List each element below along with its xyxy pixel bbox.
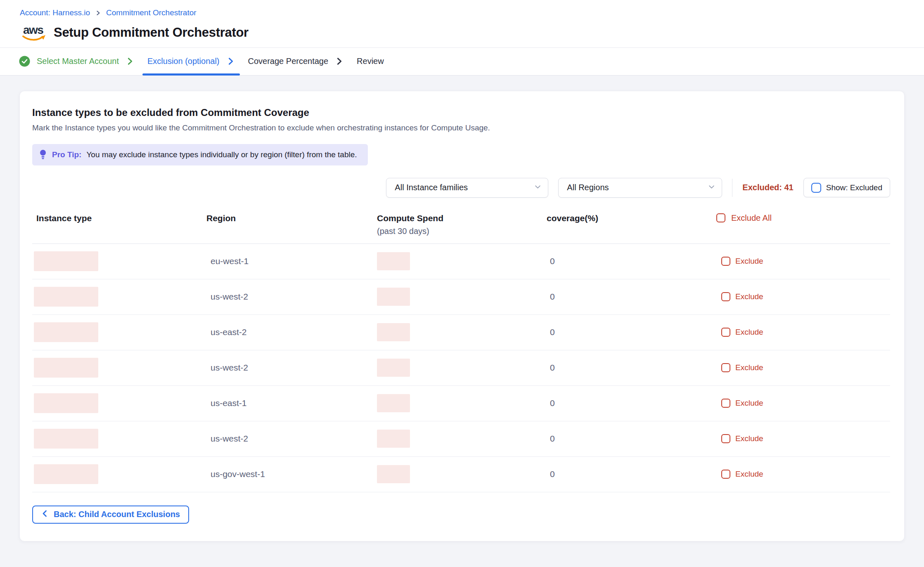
coverage-value: 0: [547, 434, 716, 444]
compute-spend-redacted: [377, 323, 410, 341]
breadcrumb-account-link[interactable]: Account: Harness.io: [20, 8, 90, 18]
tab-label: Exclusion (optional): [147, 57, 220, 66]
filters-divider: [732, 179, 732, 197]
show-excluded-toggle[interactable]: Show: Excluded: [803, 178, 890, 197]
compute-spend-redacted: [377, 465, 410, 483]
col-compute-spend-subtitle: (past 30 days): [377, 227, 547, 236]
col-compute-spend-title: Compute Spend: [377, 213, 547, 223]
instance-type-redacted: [34, 287, 98, 307]
coverage-value: 0: [547, 292, 716, 302]
table-row: us-east-2 0 Exclude: [32, 315, 890, 350]
table-row: us-gov-west-1 0 Exclude: [32, 457, 890, 492]
chevron-right-icon: [126, 57, 134, 66]
breadcrumb: Account: Harness.io Commitment Orchestra…: [20, 8, 904, 18]
col-coverage: coverage(%): [547, 213, 716, 223]
region-value: us-gov-west-1: [206, 469, 377, 479]
exclude-label: Exclude: [735, 292, 763, 301]
aws-logo-icon: aws: [20, 23, 47, 43]
stepper-tabs: Select Master Account Exclusion (optiona…: [0, 47, 924, 76]
page-body: Instance types to be excluded from Commi…: [0, 76, 924, 541]
tab-exclusion[interactable]: Exclusion (optional): [141, 48, 242, 75]
exclude-label: Exclude: [735, 470, 763, 479]
pro-tip-banner: Pro Tip: You may exclude instance types …: [32, 144, 368, 165]
exclude-label: Exclude: [735, 363, 763, 372]
exclude-checkbox[interactable]: [721, 470, 730, 479]
region-value: us-west-2: [206, 292, 377, 302]
exclude-all-label: Exclude All: [731, 213, 772, 223]
tab-select-master-account[interactable]: Select Master Account: [12, 48, 141, 75]
exclude-checkbox[interactable]: [721, 363, 730, 372]
instance-type-redacted: [34, 464, 98, 484]
exclusion-table: Instance type Region Compute Spend (past…: [32, 212, 890, 492]
region-value: us-east-2: [206, 327, 377, 337]
coverage-value: 0: [547, 398, 716, 408]
tab-review[interactable]: Review: [350, 48, 391, 75]
instance-type-redacted: [34, 358, 98, 378]
instance-type-redacted: [34, 429, 98, 449]
compute-spend-redacted: [377, 359, 410, 377]
page-title: Setup Commitment Orchestrator: [54, 25, 249, 40]
exclude-checkbox[interactable]: [721, 434, 730, 443]
chevron-left-icon: [41, 510, 49, 520]
instance-type-redacted: [34, 251, 98, 271]
show-excluded-checkbox[interactable]: [811, 183, 821, 193]
exclude-label: Exclude: [735, 328, 763, 337]
table-row: eu-west-1 0 Exclude: [32, 244, 890, 279]
col-exclude-all: Exclude All: [716, 213, 890, 223]
tab-label: Select Master Account: [37, 57, 119, 66]
pro-tip-label: Pro Tip:: [52, 150, 81, 159]
exclude-all-checkbox[interactable]: [716, 213, 725, 222]
aws-logo-text: aws: [23, 24, 43, 36]
instance-type-redacted: [34, 322, 98, 342]
show-excluded-label: Show: Excluded: [826, 183, 882, 192]
table-row: us-west-2 0 Exclude: [32, 350, 890, 386]
instance-type-redacted: [34, 393, 98, 413]
coverage-value: 0: [547, 327, 716, 337]
tab-coverage-percentage[interactable]: Coverage Percentage: [242, 48, 351, 75]
regions-select[interactable]: All Regions: [558, 178, 722, 198]
tab-label: Review: [357, 57, 384, 66]
instance-families-value: All Instance families: [395, 183, 468, 192]
exclude-checkbox[interactable]: [721, 257, 730, 266]
table-row: us-west-2 0 Exclude: [32, 421, 890, 457]
chevron-down-icon: [534, 183, 541, 192]
page: Account: Harness.io Commitment Orchestra…: [0, 0, 924, 541]
title-row: aws Setup Commitment Orchestrator: [20, 23, 904, 43]
compute-spend-redacted: [377, 430, 410, 448]
coverage-value: 0: [547, 256, 716, 266]
breadcrumb-page-link[interactable]: Commitment Orchestrator: [106, 8, 197, 18]
exclude-label: Exclude: [735, 399, 763, 408]
filters-row: All Instance families All Regions Exclud…: [32, 178, 890, 198]
chevron-down-icon: [708, 183, 715, 192]
region-value: eu-west-1: [206, 256, 377, 266]
compute-spend-redacted: [377, 252, 410, 270]
breadcrumb-separator-icon: [95, 10, 101, 16]
page-header: Account: Harness.io Commitment Orchestra…: [0, 0, 924, 47]
region-value: us-east-1: [206, 398, 377, 408]
table-row: us-east-1 0 Exclude: [32, 386, 890, 421]
tab-label: Coverage Percentage: [248, 57, 329, 66]
exclude-checkbox[interactable]: [721, 399, 730, 408]
exclude-checkbox[interactable]: [721, 292, 730, 301]
back-button-label: Back: Child Account Exclusions: [54, 510, 180, 519]
exclude-label: Exclude: [735, 434, 763, 443]
col-compute-spend: Compute Spend (past 30 days): [377, 213, 547, 236]
lightbulb-icon: [39, 149, 47, 161]
compute-spend-redacted: [377, 288, 410, 306]
chevron-right-icon: [226, 57, 235, 66]
coverage-value: 0: [547, 363, 716, 373]
check-circle-icon: [19, 56, 30, 67]
col-region: Region: [206, 213, 377, 223]
chevron-right-icon: [335, 57, 344, 66]
exclude-checkbox[interactable]: [721, 328, 730, 337]
pro-tip-text: You may exclude instance types individua…: [86, 150, 357, 159]
instance-families-select[interactable]: All Instance families: [386, 178, 548, 198]
col-instance-type: Instance type: [32, 213, 206, 223]
table-row: us-west-2 0 Exclude: [32, 279, 890, 315]
exclusion-panel: Instance types to be excluded from Commi…: [19, 91, 905, 541]
back-button[interactable]: Back: Child Account Exclusions: [32, 506, 189, 524]
region-value: us-west-2: [206, 434, 377, 444]
region-value: us-west-2: [206, 363, 377, 373]
exclude-label: Exclude: [735, 257, 763, 266]
panel-title: Instance types to be excluded from Commi…: [32, 107, 890, 118]
